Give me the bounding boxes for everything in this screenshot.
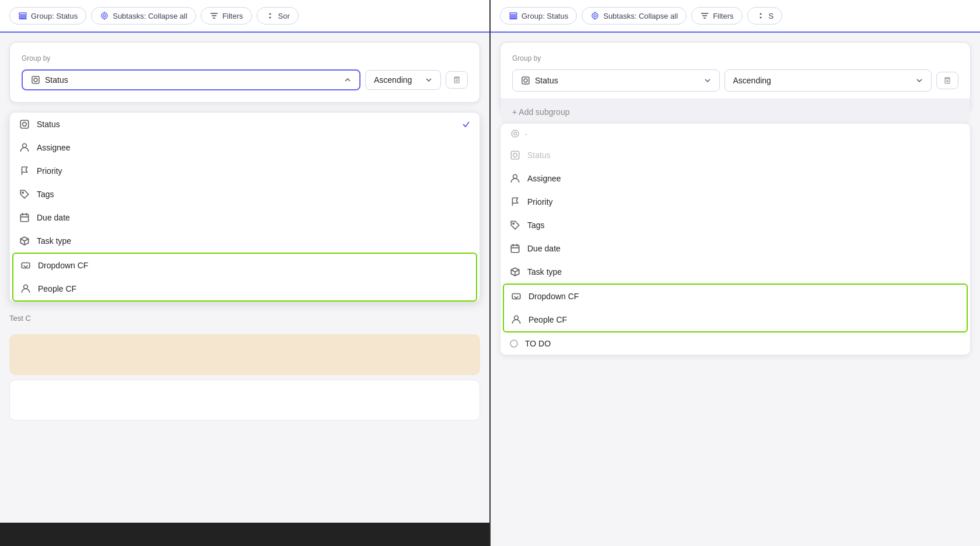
- flag-icon: [19, 166, 30, 176]
- right-ascending-label: Ascending: [733, 76, 771, 85]
- due-date-option-label: Due date: [37, 213, 70, 222]
- assignee-option-label: Assignee: [37, 143, 71, 152]
- right-group-status-button[interactable]: Group: Status: [500, 7, 577, 24]
- dropdown-item-due-date[interactable]: Due date: [10, 206, 480, 229]
- test-c-label: Test C: [9, 312, 480, 325]
- right-dropdown-highlight-group: Dropdown CF People CF: [503, 284, 968, 332]
- right-cube-icon: [510, 267, 520, 277]
- separator-label: -: [525, 130, 527, 138]
- svg-rect-2: [19, 18, 26, 19]
- right-dropdown-item-due-date[interactable]: Due date: [501, 237, 970, 260]
- subgroup-icon: [510, 128, 520, 139]
- right-dropdown-item-assignee[interactable]: Assignee: [501, 167, 970, 190]
- add-subgroup-button[interactable]: + Add subgroup: [501, 99, 970, 125]
- sort-button[interactable]: Sor: [257, 7, 299, 24]
- sort-label: Sor: [278, 12, 290, 20]
- right-group-select-value: Status: [535, 76, 558, 85]
- right-dropdown-item-priority[interactable]: Priority: [501, 190, 970, 214]
- svg-point-44: [513, 153, 517, 158]
- dropdown-item-people-cf[interactable]: People CF: [13, 277, 476, 300]
- right-filters-button[interactable]: Filters: [691, 7, 742, 24]
- svg-point-53: [514, 316, 519, 320]
- ascending-dropdown[interactable]: Ascending: [365, 70, 441, 90]
- right-people-cf-label: People CF: [528, 315, 567, 324]
- status-option-label: Status: [37, 120, 60, 129]
- group-status-button[interactable]: Group: Status: [9, 7, 86, 24]
- right-sort-icon: [756, 11, 765, 20]
- right-status-label: Status: [527, 150, 551, 160]
- svg-rect-47: [511, 245, 519, 252]
- svg-point-29: [592, 13, 598, 19]
- filters-button[interactable]: Filters: [201, 7, 251, 24]
- svg-point-30: [594, 15, 596, 17]
- people-cf-label: People CF: [38, 284, 76, 293]
- right-dropdown-item-dropdown-cf[interactable]: Dropdown CF: [504, 285, 967, 308]
- group-select-dropdown[interactable]: Status: [22, 69, 360, 90]
- right-panel: Group: Status Subtasks: Collapse all Fil…: [491, 0, 980, 546]
- right-group-by-row: Status Ascending: [512, 69, 958, 92]
- right-person-icon: [510, 173, 520, 184]
- subtasks-button[interactable]: Subtasks: Collapse all: [91, 7, 196, 24]
- right-group-select-dropdown[interactable]: Status: [512, 69, 720, 92]
- right-subtasks-icon: [590, 11, 600, 20]
- right-dropdown-item-tags[interactable]: Tags: [501, 214, 970, 237]
- dropdown-item-status[interactable]: Status: [10, 113, 480, 136]
- right-dropdown-item-people-cf[interactable]: People CF: [504, 308, 967, 331]
- right-chevron-down-icon: [704, 77, 711, 84]
- right-assignee-label: Assignee: [527, 174, 561, 183]
- svg-point-37: [524, 79, 527, 82]
- right-todo-label: TO DO: [525, 339, 551, 348]
- right-tags-label: Tags: [527, 220, 545, 230]
- right-group-by-panel: Group by Status Ascending: [500, 42, 971, 114]
- right-subtasks-label: Subtasks: Collapse all: [603, 12, 678, 20]
- right-status-icon: [510, 150, 520, 160]
- svg-point-18: [22, 192, 23, 193]
- svg-point-17: [23, 144, 27, 148]
- svg-rect-15: [20, 120, 29, 128]
- chevron-up-icon: [344, 76, 351, 83]
- right-delete-group-button[interactable]: [936, 72, 958, 89]
- dropdown-cf-label: Dropdown CF: [38, 261, 88, 270]
- svg-rect-38: [945, 79, 950, 83]
- right-subtasks-button[interactable]: Subtasks: Collapse all: [582, 7, 687, 24]
- right-group-status-label: Group: Status: [522, 12, 568, 20]
- svg-rect-27: [510, 16, 517, 17]
- right-trash-icon: [943, 76, 952, 85]
- task-type-option-label: Task type: [37, 236, 71, 246]
- right-calendar-icon: [510, 243, 520, 254]
- right-ascending-dropdown[interactable]: Ascending: [724, 69, 932, 92]
- svg-rect-26: [510, 13, 517, 15]
- right-dropdown-item-task-type[interactable]: Task type: [501, 260, 970, 284]
- add-subgroup-label: + Add subgroup: [512, 107, 569, 117]
- right-chevron-down-icon2: [916, 77, 923, 84]
- svg-rect-43: [511, 151, 519, 159]
- dropdown-item-assignee[interactable]: Assignee: [10, 136, 480, 159]
- right-layers-icon: [509, 11, 518, 20]
- right-todo-item[interactable]: TO DO: [501, 332, 970, 355]
- right-dropdown-item-status[interactable]: Status: [501, 144, 970, 167]
- status-select-icon: [31, 75, 40, 85]
- delete-group-button[interactable]: [446, 71, 468, 89]
- svg-rect-19: [20, 214, 29, 221]
- svg-point-46: [513, 223, 514, 224]
- right-due-date-label: Due date: [527, 244, 561, 253]
- right-status-select-icon: [521, 76, 530, 85]
- dropdown-item-tags[interactable]: Tags: [10, 183, 480, 206]
- dropdown-highlight-group: Dropdown CF People CF: [12, 253, 477, 302]
- dropdown-item-task-type[interactable]: Task type: [10, 229, 480, 253]
- group-by-row: Status Ascending: [22, 69, 468, 90]
- right-flag-icon: [510, 197, 520, 207]
- dropdown-item-priority[interactable]: Priority: [10, 159, 480, 183]
- bg-card-white: [9, 380, 480, 421]
- tags-option-label: Tags: [37, 190, 54, 199]
- sort-icon: [265, 11, 275, 20]
- svg-rect-28: [510, 18, 517, 19]
- svg-point-45: [513, 174, 517, 178]
- svg-rect-10: [32, 76, 39, 83]
- person-icon: [19, 142, 30, 153]
- svg-point-4: [103, 15, 106, 17]
- right-sort-button[interactable]: S: [747, 7, 783, 24]
- todo-status-dot: [510, 340, 518, 348]
- dropdown-item-dropdown-cf[interactable]: Dropdown CF: [13, 254, 476, 277]
- right-people-cf-icon: [511, 314, 522, 325]
